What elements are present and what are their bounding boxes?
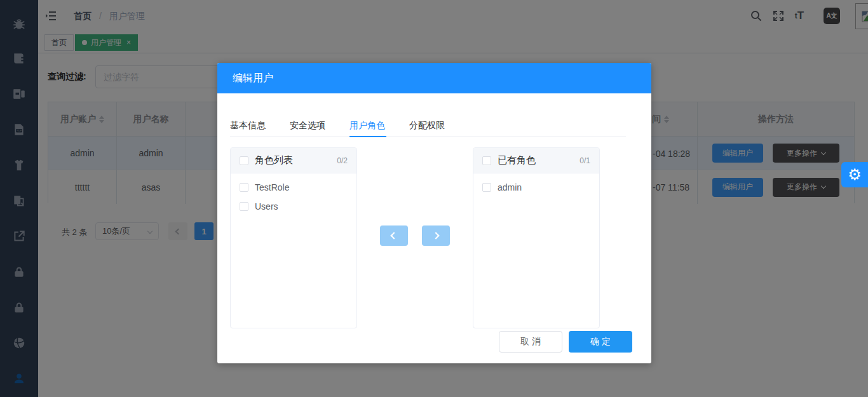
transfer-item-admin[interactable]: admin (473, 178, 599, 197)
edit-user-dialog: 编辑用户 基本信息 安全选项 用户角色 分配权限 角色列表 0/2 TestRo… (217, 63, 651, 363)
tabs-divider (230, 137, 626, 137)
transfer-target-panel: 已有角色 0/1 admin (473, 147, 600, 328)
target-panel-count: 0/1 (580, 156, 590, 165)
tab-basic-info[interactable]: 基本信息 (230, 120, 268, 131)
item-checkbox[interactable] (240, 202, 248, 211)
select-all-checkbox[interactable] (482, 156, 491, 165)
dialog-title: 编辑用户 (233, 63, 273, 93)
chevron-left-icon (390, 232, 397, 239)
tab-assign-permissions[interactable]: 分配权限 (409, 120, 447, 131)
tab-security-options[interactable]: 安全选项 (290, 120, 328, 131)
gear-icon: ⚙ (848, 166, 862, 184)
transfer-to-left-button[interactable] (380, 225, 408, 246)
chevron-right-icon (432, 232, 439, 239)
source-panel-count: 0/2 (337, 156, 348, 165)
tab-user-roles[interactable]: 用户角色 (349, 120, 388, 131)
confirm-button[interactable]: 确 定 (569, 331, 632, 353)
transfer-item-users[interactable]: Users (231, 197, 356, 216)
transfer-to-right-button[interactable] (422, 225, 450, 246)
select-all-checkbox[interactable] (240, 156, 248, 165)
app-screen: PDF (0, 0, 868, 397)
source-panel-title: 角色列表 (255, 154, 293, 166)
settings-panel-button[interactable]: ⚙ (841, 162, 868, 187)
item-checkbox[interactable] (482, 183, 491, 192)
transfer-source-panel: 角色列表 0/2 TestRole Users (230, 147, 357, 328)
cancel-button[interactable]: 取 消 (499, 331, 562, 353)
dialog-header: 编辑用户 (217, 63, 651, 93)
active-tab-underline (349, 136, 386, 137)
target-panel-title: 已有角色 (498, 154, 536, 166)
transfer-item-testrole[interactable]: TestRole (231, 178, 356, 197)
item-checkbox[interactable] (240, 183, 248, 192)
